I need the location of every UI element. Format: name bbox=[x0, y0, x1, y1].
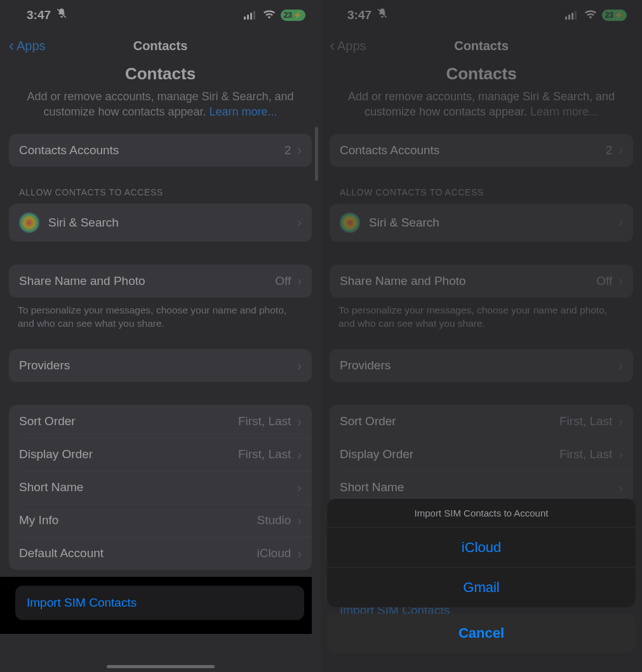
scroll-indicator bbox=[315, 127, 318, 181]
learn-more-link[interactable]: Learn more... bbox=[210, 105, 278, 118]
group-providers: Providers › bbox=[330, 349, 633, 382]
group-accounts: Contacts Accounts 2 › bbox=[9, 134, 312, 167]
action-sheet-options: Import SIM Contacts to Account iCloud Gm… bbox=[327, 499, 636, 607]
chevron-right-icon: › bbox=[297, 513, 302, 528]
share-footer-text: To personalize your messages, choose you… bbox=[321, 298, 642, 331]
wifi-icon bbox=[263, 8, 276, 22]
chevron-right-icon: › bbox=[297, 273, 302, 288]
page-title: Contacts bbox=[0, 64, 321, 84]
chevron-right-icon: › bbox=[619, 273, 623, 288]
bell-slash-icon bbox=[56, 8, 67, 22]
share-footer-text: To personalize your messages, choose you… bbox=[0, 298, 321, 331]
row-siri-search[interactable]: Siri & Search › bbox=[330, 204, 633, 242]
row-contacts-accounts[interactable]: Contacts Accounts 2 › bbox=[9, 134, 312, 167]
row-short-name[interactable]: Short Name › bbox=[9, 471, 312, 504]
row-share-name-photo[interactable]: Share Name and Photo Off › bbox=[9, 265, 312, 298]
battery-indicator: 23⚡ bbox=[281, 10, 305, 21]
nav-bar: ‹ Apps Contacts bbox=[321, 25, 642, 62]
chevron-right-icon: › bbox=[619, 143, 623, 157]
group-share: Share Name and Photo Off › bbox=[9, 265, 312, 298]
action-sheet: Import SIM Contacts to Account iCloud Gm… bbox=[327, 499, 636, 653]
group-share: Share Name and Photo Off › bbox=[330, 265, 633, 298]
action-sheet-option-gmail[interactable]: Gmail bbox=[327, 567, 636, 607]
row-sort-order[interactable]: Sort Order First, Last › bbox=[330, 405, 633, 438]
action-sheet-cancel[interactable]: Cancel bbox=[327, 614, 636, 653]
cellular-signal-icon bbox=[565, 11, 579, 20]
action-sheet-option-icloud[interactable]: iCloud bbox=[327, 528, 636, 567]
action-sheet-title: Import SIM Contacts to Account bbox=[327, 499, 636, 528]
group-display-options: Sort Order First, Last › Display Order F… bbox=[330, 405, 633, 504]
row-contacts-accounts[interactable]: Contacts Accounts 2 › bbox=[330, 134, 633, 167]
highlight-strip: Import SIM Contacts bbox=[0, 577, 312, 634]
group-providers: Providers › bbox=[9, 349, 312, 382]
row-providers[interactable]: Providers › bbox=[9, 349, 312, 382]
row-sort-order[interactable]: Sort Order First, Last › bbox=[9, 405, 312, 438]
chevron-right-icon: › bbox=[297, 414, 302, 429]
row-display-order[interactable]: Display Order First, Last › bbox=[330, 438, 633, 471]
battery-indicator: 23⚡ bbox=[602, 10, 627, 21]
nav-title: Contacts bbox=[0, 39, 321, 53]
chevron-right-icon: › bbox=[619, 215, 623, 230]
group-siri: Siri & Search › bbox=[330, 204, 633, 242]
screenshot-left: 3:47 23⚡ ‹ bbox=[0, 0, 321, 672]
chevron-right-icon: › bbox=[297, 480, 302, 495]
siri-icon bbox=[340, 213, 360, 233]
group-import-sim: Import SIM Contacts bbox=[15, 586, 304, 620]
status-bar: 3:47 23⚡ bbox=[321, 0, 642, 25]
home-indicator bbox=[107, 665, 215, 668]
row-providers[interactable]: Providers › bbox=[330, 349, 633, 382]
chevron-right-icon: › bbox=[619, 414, 623, 429]
row-display-order[interactable]: Display Order First, Last › bbox=[9, 438, 312, 471]
row-default-account[interactable]: Default Account iCloud › bbox=[9, 537, 312, 570]
page-description: Add or remove accounts, manage Siri & Se… bbox=[0, 84, 321, 120]
status-bar: 3:47 23⚡ bbox=[0, 0, 321, 25]
wifi-icon bbox=[584, 8, 597, 22]
screenshot-right: 3:47 23⚡ ‹ App bbox=[321, 0, 642, 672]
status-time: 3:47 bbox=[27, 8, 51, 22]
chevron-right-icon: › bbox=[619, 447, 623, 462]
group-accounts: Contacts Accounts 2 › bbox=[330, 134, 633, 167]
chevron-right-icon: › bbox=[619, 480, 623, 495]
siri-icon bbox=[19, 213, 39, 233]
row-my-info[interactable]: My Info Studio › bbox=[9, 504, 312, 537]
page-description: Add or remove accounts, manage Siri & Se… bbox=[321, 84, 642, 120]
chevron-right-icon: › bbox=[297, 359, 302, 373]
nav-bar: ‹ Apps Contacts bbox=[0, 25, 321, 62]
group-siri: Siri & Search › bbox=[9, 204, 312, 242]
nav-title: Contacts bbox=[321, 39, 642, 53]
section-header-allow: ALLOW CONTACTS TO ACCESS bbox=[321, 167, 642, 197]
group-display-options: Sort Order First, Last › Display Order F… bbox=[9, 405, 312, 570]
chevron-right-icon: › bbox=[297, 546, 302, 561]
status-time: 3:47 bbox=[347, 8, 371, 22]
row-share-name-photo[interactable]: Share Name and Photo Off › bbox=[330, 265, 633, 298]
chevron-right-icon: › bbox=[297, 215, 302, 230]
chevron-right-icon: › bbox=[297, 143, 302, 157]
cellular-signal-icon bbox=[244, 11, 258, 20]
row-siri-search[interactable]: Siri & Search › bbox=[9, 204, 312, 242]
learn-more-link[interactable]: Learn more... bbox=[530, 105, 598, 118]
page-title: Contacts bbox=[321, 64, 642, 84]
section-header-allow: ALLOW CONTACTS TO ACCESS bbox=[0, 167, 321, 197]
chevron-right-icon: › bbox=[297, 447, 302, 462]
row-import-sim-contacts[interactable]: Import SIM Contacts bbox=[15, 586, 304, 620]
chevron-right-icon: › bbox=[619, 359, 623, 373]
bell-slash-icon bbox=[377, 8, 388, 22]
